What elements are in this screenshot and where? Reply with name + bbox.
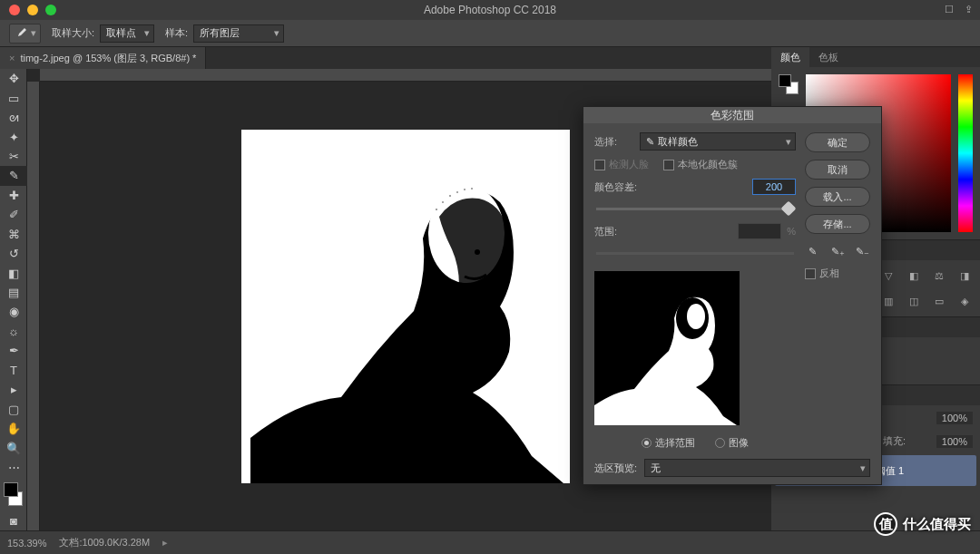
type-tool[interactable]: T	[0, 361, 27, 380]
selection-preview-select[interactable]: 无	[644, 459, 870, 477]
invert-checkbox[interactable]: 反相	[805, 267, 870, 280]
close-window-icon[interactable]	[9, 5, 20, 15]
gradmap-icon[interactable]: ▭	[931, 293, 947, 309]
fuzziness-slider[interactable]	[596, 208, 794, 210]
eyedropper-tool[interactable]: ✎	[0, 166, 27, 185]
save-button[interactable]: 存储...	[805, 214, 870, 234]
title-bar: Adobe Photoshop CC 2018 ☐ ⇪	[0, 0, 980, 20]
threshold-icon[interactable]: ◫	[906, 293, 922, 309]
tools-panel: ✥ ▭ ᘛ ✦ ✂ ✎ ✚ ✐ ⌘ ↺ ◧ ▤ ◉ ☼ ✒ T ▸ ▢ ✋ 🔍 …	[0, 69, 27, 530]
history-brush-tool[interactable]: ↺	[0, 244, 27, 263]
balance-icon[interactable]: ⚖	[931, 267, 947, 284]
horizontal-ruler	[40, 69, 771, 82]
cancel-button[interactable]: 取消	[805, 160, 870, 180]
watermark-logo: 值	[874, 512, 897, 536]
tab-document[interactable]: × timg-2.jpeg @ 153% (图层 3, RGB/8#) *	[0, 47, 206, 69]
tool-preset-button[interactable]: ▾	[9, 24, 41, 44]
sample-size-select[interactable]: 取样点	[100, 24, 154, 43]
move-tool[interactable]: ✥	[0, 69, 27, 88]
range-label: 范围:	[594, 225, 634, 238]
hue-slider[interactable]	[958, 74, 973, 232]
document-canvas[interactable]	[241, 130, 570, 483]
eyedropper-icon[interactable]: ✎	[805, 243, 820, 259]
posterize-icon[interactable]: ▥	[880, 293, 897, 309]
clone-tool[interactable]: ⌘	[0, 225, 27, 244]
fill-label: 填充:	[883, 434, 906, 448]
tab-swatches[interactable]: 色板	[809, 47, 848, 67]
marquee-tool[interactable]: ▭	[0, 88, 27, 107]
range-slider	[596, 252, 794, 255]
heal-tool[interactable]: ✚	[0, 186, 27, 205]
tab-title: timg-2.jpeg @ 153% (图层 3, RGB/8#) *	[20, 52, 196, 65]
sample-layers-select[interactable]: 所有图层	[193, 24, 284, 43]
detect-faces-checkbox: 检测人脸	[594, 158, 649, 171]
doc-info[interactable]: 文档:1009.0K/3.28M	[59, 536, 150, 549]
eraser-tool[interactable]: ◧	[0, 263, 27, 282]
share-area: ☐ ⇪	[945, 4, 973, 15]
blur-tool[interactable]: ◉	[0, 302, 27, 321]
hue-icon[interactable]: ◧	[906, 267, 922, 284]
load-button[interactable]: 载入...	[805, 187, 870, 207]
dodge-tool[interactable]: ☼	[0, 322, 27, 341]
share-icon[interactable]: ⇪	[965, 4, 973, 15]
path-select-tool[interactable]: ▸	[0, 380, 27, 399]
bw-icon[interactable]: ◨	[956, 267, 973, 284]
svg-point-11	[447, 403, 449, 404]
quick-mask[interactable]: ◙	[0, 511, 27, 530]
fill-value[interactable]: 100%	[936, 435, 973, 448]
localized-checkbox[interactable]: 本地化颜色簇	[663, 158, 738, 171]
hand-tool[interactable]: ✋	[0, 419, 27, 438]
dialog-title: 色彩范围	[583, 107, 881, 123]
gradient-tool[interactable]: ▤	[0, 283, 27, 302]
svg-point-5	[449, 194, 451, 196]
vibrance-icon[interactable]: ▽	[880, 267, 897, 284]
range-unit: %	[787, 226, 796, 237]
ok-button[interactable]: 确定	[805, 132, 870, 152]
svg-point-10	[436, 410, 437, 412]
tab-color[interactable]: 颜色	[771, 47, 809, 67]
status-bar: 153.39% 文档:1009.0K/3.28M ▸	[0, 530, 980, 554]
color-swatch[interactable]	[4, 482, 23, 505]
panel-color-swatch[interactable]	[779, 74, 799, 94]
fuzziness-label: 颜色容差:	[594, 180, 651, 194]
app-title: Adobe Photoshop CC 2018	[424, 4, 556, 16]
fuzziness-input[interactable]: 200	[752, 179, 796, 195]
svg-point-7	[464, 189, 466, 190]
opacity-value[interactable]: 100%	[936, 412, 973, 424]
select-label: 选择:	[594, 135, 634, 149]
zoom-level[interactable]: 153.39%	[7, 538, 46, 549]
radio-image[interactable]: 图像	[715, 436, 749, 450]
edit-toolbar[interactable]: ⋯	[0, 458, 27, 477]
svg-point-6	[456, 191, 458, 193]
vertical-ruler	[27, 82, 40, 530]
lasso-tool[interactable]: ᘛ	[0, 108, 27, 127]
selection-preview-label: 选区预览:	[594, 462, 637, 475]
zoom-tool[interactable]: 🔍	[0, 438, 27, 457]
options-bar: ▾ 取样大小: 取样点 样本: 所有图层	[0, 20, 980, 47]
minimize-window-icon[interactable]	[27, 5, 38, 15]
color-range-dialog: 色彩范围 选择: ✎取样颜色 检测人脸 本地化颜色簇 颜色容差: 200 范围:	[583, 106, 882, 485]
crop-tool[interactable]: ✂	[0, 147, 27, 166]
sample-size-label: 取样大小:	[52, 26, 94, 40]
eyedropper-plus-icon[interactable]: ✎₊	[829, 243, 845, 259]
pen-tool[interactable]: ✒	[0, 341, 27, 360]
quick-select-tool[interactable]: ✦	[0, 127, 27, 146]
sample-label: 样本:	[165, 26, 188, 40]
svg-point-14	[687, 304, 705, 329]
shape-tool[interactable]: ▢	[0, 399, 27, 418]
svg-point-3	[436, 208, 437, 209]
maximize-window-icon[interactable]	[45, 5, 56, 15]
selective-icon[interactable]: ◈	[956, 293, 973, 309]
svg-point-9	[426, 418, 428, 420]
search-icon[interactable]: ☐	[945, 4, 954, 15]
eyedropper-minus-icon[interactable]: ✎₋	[855, 243, 870, 259]
svg-point-2	[475, 249, 480, 255]
selection-preview[interactable]	[594, 271, 740, 425]
select-method-dropdown[interactable]: ✎取样颜色	[640, 132, 796, 151]
watermark-text: 什么值得买	[903, 516, 971, 533]
radio-selection[interactable]: 选择范围	[642, 436, 695, 450]
watermark: 值 什么值得买	[874, 512, 971, 536]
svg-point-4	[442, 201, 444, 203]
brush-tool[interactable]: ✐	[0, 205, 27, 224]
close-tab-icon[interactable]: ×	[9, 53, 15, 63]
